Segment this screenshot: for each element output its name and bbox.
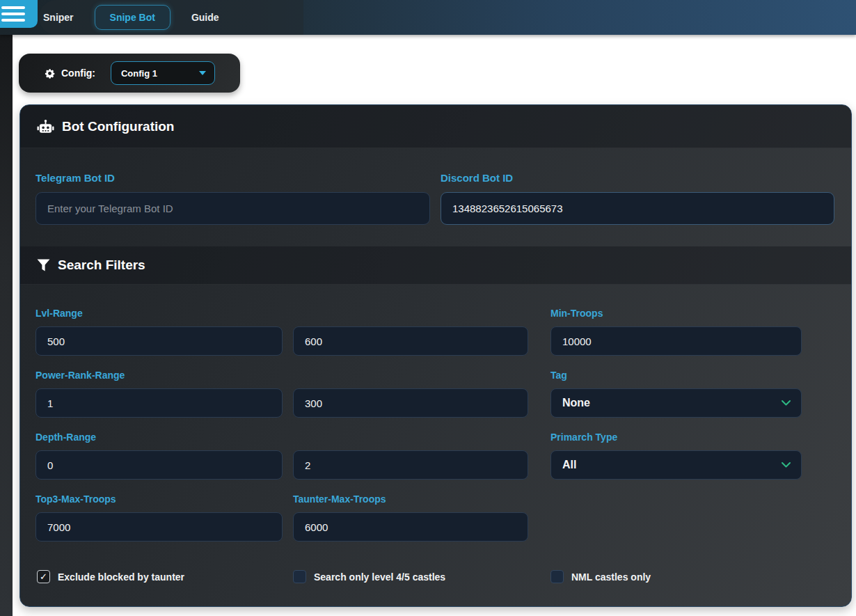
hamburger-bar [1,6,25,9]
telegram-bot-id-field: Telegram Bot ID [35,172,430,225]
lvl-range-max-input[interactable] [293,326,528,356]
search-filters-header: Search Filters [20,246,851,285]
config-selected-value: Config 1 [121,68,157,79]
power-rank-range-label: Power-Rank-Range [35,370,283,381]
primarch-type-field: Primarch Type All [550,432,802,480]
discord-bot-id-field: Discord Bot ID [441,172,834,225]
search-filters-title: Search Filters [58,258,145,273]
top-nav: Sniper Snipe Bot Guide [0,0,856,35]
tab-guide[interactable]: Guide [189,6,222,29]
config-select[interactable]: Config 1 [111,61,215,85]
hamburger-bar [1,13,25,15]
robot-icon [37,119,54,134]
lvl-range-min-field: Lvl-Range [35,308,283,356]
tag-selected-value: None [562,397,590,409]
min-troops-field: Min-Troops [550,308,802,356]
checkbox-box[interactable] [550,570,564,583]
left-edge-strip [0,35,13,616]
config-label: Config: [61,68,95,79]
checkbox-label: Search only level 4/5 castles [314,571,445,583]
tag-label: Tag [550,370,802,381]
filter-checkboxes: ✓ Exclude blocked by taunter Search only… [20,570,851,583]
power-rank-range-max-input[interactable] [293,388,528,418]
telegram-bot-id-label: Telegram Bot ID [35,172,430,184]
discord-bot-id-label: Discord Bot ID [441,172,834,184]
empty-cell [550,493,802,542]
top3-max-troops-input[interactable] [35,512,283,542]
primarch-type-selected-value: All [562,459,576,471]
power-rank-range-min-input[interactable] [35,388,283,418]
gear-icon [44,68,56,79]
bot-config-card: Bot Configuration Telegram Bot ID Discor… [19,104,852,607]
tag-select[interactable]: None [550,388,802,418]
chevron-down-icon [782,400,791,406]
lvl-range-max-field [293,308,528,356]
checkbox-nml-castles-only[interactable]: NML castles only [550,570,802,583]
hamburger-bar [1,19,25,22]
search-filters-grid: Lvl-Range Min-Troops Power-Rank-Range Ta… [20,285,851,542]
depth-range-min-input[interactable] [35,450,283,480]
config-bar: Config: Config 1 [19,54,240,93]
tab-sniper[interactable]: Sniper [40,6,77,29]
depth-range-max-field [293,432,528,480]
tag-field: Tag None [550,370,802,418]
depth-range-max-input[interactable] [293,450,528,480]
caret-down-icon [199,71,206,75]
checkbox-box[interactable]: ✓ [37,570,50,583]
power-rank-range-min-field: Power-Rank-Range [35,370,283,418]
telegram-bot-id-input[interactable] [35,192,430,225]
min-troops-label: Min-Troops [550,308,802,319]
hamburger-menu-button[interactable] [0,0,38,28]
lvl-range-min-input[interactable] [35,326,283,356]
chevron-down-icon [782,462,791,468]
taunter-max-troops-label: Taunter-Max-Troops [293,493,528,505]
filter-funnel-icon [37,259,50,271]
primarch-type-label: Primarch Type [550,432,802,443]
bot-configuration-title: Bot Configuration [62,119,174,134]
power-rank-range-max-field [293,370,528,418]
tab-snipe-bot[interactable]: Snipe Bot [95,5,171,30]
taunter-max-troops-field: Taunter-Max-Troops [293,493,528,542]
checkbox-box[interactable] [293,570,306,583]
nav-tabs: Sniper Snipe Bot Guide [40,0,222,35]
min-troops-input[interactable] [550,326,802,356]
lvl-range-label: Lvl-Range [35,308,283,319]
checkbox-exclude-blocked-by-taunter[interactable]: ✓ Exclude blocked by taunter [35,570,293,583]
top3-max-troops-label: Top3-Max-Troops [35,493,283,505]
checkbox-search-only-level-4-5-castles[interactable]: Search only level 4/5 castles [293,570,550,583]
bot-id-fields: Telegram Bot ID Discord Bot ID [20,148,851,246]
bot-configuration-header: Bot Configuration [20,105,851,148]
checkbox-label: NML castles only [571,571,651,583]
top3-max-troops-field: Top3-Max-Troops [35,493,283,542]
depth-range-label: Depth-Range [35,432,283,443]
checkbox-label: Exclude blocked by taunter [58,571,184,583]
primarch-type-select[interactable]: All [550,450,802,480]
discord-bot-id-input[interactable] [441,192,834,225]
depth-range-min-field: Depth-Range [35,432,283,480]
taunter-max-troops-input[interactable] [293,512,528,542]
